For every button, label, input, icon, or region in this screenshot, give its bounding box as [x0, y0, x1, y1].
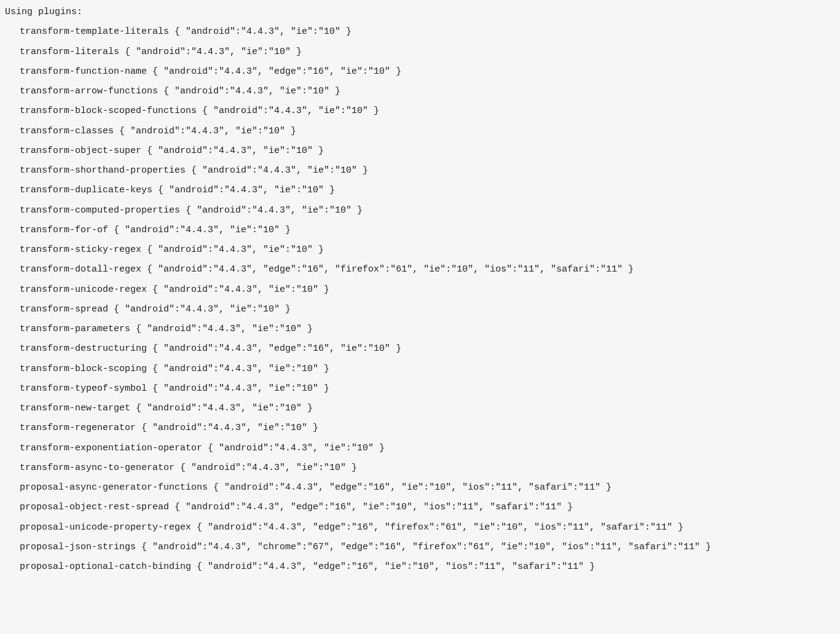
plugin-targets: { "android":"4.4.3", "ie":"10" } — [180, 463, 357, 473]
plugin-name: transform-function-name — [20, 66, 147, 77]
plugin-name: transform-shorthand-properties — [20, 165, 186, 176]
plugin-targets: { "android":"4.4.3", "chrome":"67", "edg… — [141, 542, 711, 552]
plugin-targets: { "android":"4.4.3", "edge":"16", "ie":"… — [197, 562, 595, 572]
plugin-line: transform-computed-properties { "android… — [2, 201, 840, 221]
plugin-name: transform-parameters — [20, 324, 130, 334]
plugin-targets: { "android":"4.4.3", "ie":"10" } — [208, 443, 385, 453]
plugin-line: transform-literals { "android":"4.4.3", … — [2, 42, 840, 62]
plugin-line: transform-new-target { "android":"4.4.3"… — [2, 399, 840, 418]
plugin-line: proposal-optional-catch-binding { "andro… — [2, 557, 840, 577]
plugin-line: transform-unicode-regex { "android":"4.4… — [2, 280, 840, 300]
plugin-targets: { "android":"4.4.3", "ie":"10" } — [141, 423, 318, 433]
plugin-line: proposal-async-generator-functions { "an… — [2, 478, 840, 498]
plugin-targets: { "android":"4.4.3", "edge":"16", "ie":"… — [152, 343, 401, 354]
plugin-line: proposal-unicode-property-regex { "andro… — [2, 518, 840, 538]
plugin-name: proposal-unicode-property-regex — [20, 522, 191, 533]
plugin-name: transform-typeof-symbol — [20, 383, 147, 394]
plugin-targets: { "android":"4.4.3", "ie":"10" } — [114, 225, 291, 235]
plugin-line: transform-block-scoping { "android":"4.4… — [2, 359, 840, 379]
plugin-line: proposal-object-rest-spread { "android":… — [2, 498, 840, 517]
plugin-name: transform-new-target — [20, 403, 130, 413]
plugin-line: transform-async-to-generator { "android"… — [2, 458, 840, 478]
plugin-name: transform-exponentiation-operator — [20, 443, 202, 453]
plugin-name: transform-classes — [20, 126, 114, 136]
plugin-line: transform-parameters { "android":"4.4.3"… — [2, 319, 840, 339]
plugin-targets: { "android":"4.4.3", "ie":"10" } — [152, 284, 329, 295]
plugin-targets: { "android":"4.4.3", "ie":"10" } — [202, 106, 379, 116]
plugin-targets: { "android":"4.4.3", "ie":"10" } — [175, 26, 351, 37]
plugin-line: transform-spread { "android":"4.4.3", "i… — [2, 300, 840, 319]
plugin-line: transform-regenerator { "android":"4.4.3… — [2, 418, 840, 438]
plugin-line: transform-shorthand-properties { "androi… — [2, 161, 840, 181]
plugin-line: transform-sticky-regex { "android":"4.4.… — [2, 240, 840, 260]
plugin-name: transform-regenerator — [20, 423, 136, 433]
plugin-targets: { "android":"4.4.3", "ie":"10" } — [152, 364, 329, 374]
plugin-line: transform-for-of { "android":"4.4.3", "i… — [2, 221, 840, 240]
plugin-name: transform-duplicate-keys — [20, 185, 152, 195]
plugin-name: transform-arrow-functions — [20, 86, 158, 96]
plugin-targets: { "android":"4.4.3", "ie":"10" } — [147, 146, 324, 156]
plugin-name: transform-for-of — [20, 225, 108, 235]
plugin-line: transform-destructuring { "android":"4.4… — [2, 339, 840, 359]
plugin-name: proposal-optional-catch-binding — [20, 562, 191, 572]
header-line: Using plugins: — [2, 2, 840, 22]
plugin-targets: { "android":"4.4.3", "ie":"10" } — [186, 205, 363, 216]
plugin-output: Using plugins:transform-template-literal… — [2, 2, 840, 577]
plugin-targets: { "android":"4.4.3", "ie":"10" } — [114, 304, 291, 315]
plugin-name: transform-destructuring — [20, 343, 147, 354]
plugin-name: transform-block-scoped-functions — [20, 106, 197, 116]
plugin-targets: { "android":"4.4.3", "ie":"10" } — [136, 324, 313, 334]
plugin-targets: { "android":"4.4.3", "ie":"10" } — [136, 403, 313, 413]
plugin-line: transform-block-scoped-functions { "andr… — [2, 101, 840, 121]
plugin-name: transform-async-to-generator — [20, 463, 175, 473]
plugin-name: transform-dotall-regex — [20, 264, 141, 275]
plugin-line: transform-classes { "android":"4.4.3", "… — [2, 122, 840, 141]
plugin-targets: { "android":"4.4.3", "edge":"16", "ie":"… — [152, 66, 401, 77]
plugin-targets: { "android":"4.4.3", "ie":"10" } — [163, 86, 340, 96]
plugin-line: transform-typeof-symbol { "android":"4.4… — [2, 379, 840, 399]
plugin-targets: { "android":"4.4.3", "edge":"16", "ie":"… — [213, 482, 611, 493]
plugin-targets: { "android":"4.4.3", "ie":"10" } — [152, 383, 329, 394]
plugin-targets: { "android":"4.4.3", "ie":"10" } — [125, 47, 302, 57]
plugin-list: transform-template-literals { "android":… — [2, 22, 840, 577]
plugin-name: transform-object-super — [20, 146, 141, 156]
plugin-line: transform-exponentiation-operator { "and… — [2, 439, 840, 458]
plugin-line: transform-arrow-functions { "android":"4… — [2, 82, 840, 101]
plugin-name: proposal-async-generator-functions — [20, 482, 208, 493]
plugin-name: proposal-json-strings — [20, 542, 136, 552]
plugin-targets: { "android":"4.4.3", "ie":"10" } — [119, 126, 296, 136]
plugin-targets: { "android":"4.4.3", "ie":"10" } — [147, 245, 324, 255]
plugin-targets: { "android":"4.4.3", "ie":"10" } — [158, 185, 335, 195]
plugin-name: transform-block-scoping — [20, 364, 147, 374]
plugin-line: transform-duplicate-keys { "android":"4.… — [2, 181, 840, 200]
plugin-line: proposal-json-strings { "android":"4.4.3… — [2, 538, 840, 557]
plugin-targets: { "android":"4.4.3", "edge":"16", "firef… — [147, 264, 634, 275]
plugin-name: transform-unicode-regex — [20, 284, 147, 295]
plugin-name: transform-spread — [20, 304, 108, 315]
plugin-name: transform-literals — [20, 47, 119, 57]
plugin-targets: { "android":"4.4.3", "ie":"10" } — [191, 165, 368, 176]
plugin-name: transform-template-literals — [20, 26, 169, 37]
plugin-line: transform-object-super { "android":"4.4.… — [2, 141, 840, 161]
plugin-line: transform-function-name { "android":"4.4… — [2, 62, 840, 82]
plugin-name: proposal-object-rest-spread — [20, 502, 169, 512]
plugin-line: transform-template-literals { "android":… — [2, 22, 840, 42]
plugin-line: transform-dotall-regex { "android":"4.4.… — [2, 260, 840, 280]
plugin-targets: { "android":"4.4.3", "edge":"16", "firef… — [197, 522, 683, 533]
plugin-name: transform-sticky-regex — [20, 245, 141, 255]
plugin-targets: { "android":"4.4.3", "edge":"16", "ie":"… — [175, 502, 573, 512]
plugin-name: transform-computed-properties — [20, 205, 180, 216]
